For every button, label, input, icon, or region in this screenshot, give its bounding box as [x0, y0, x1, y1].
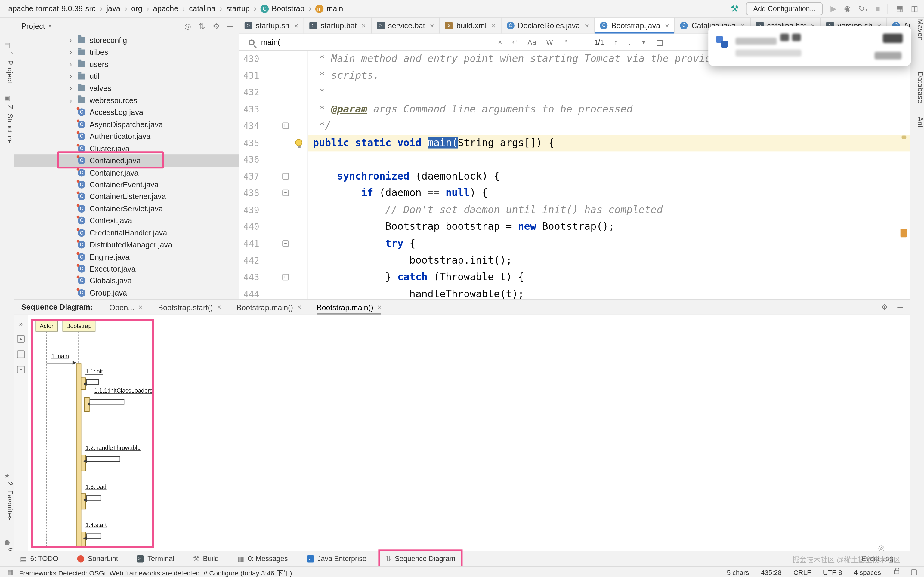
tree-item-file[interactable]: CGlobals.java [14, 275, 239, 287]
hide-panel-icon[interactable]: ─ [897, 303, 903, 311]
tree-item-file[interactable]: CCluster.java [14, 142, 239, 155]
layout-icon[interactable]: ▦ [896, 5, 903, 12]
bottom-tab[interactable]: Bootstrap.start()× [158, 300, 221, 314]
code-line[interactable]: 431 * scripts. [239, 67, 910, 84]
tab-startup-sh[interactable]: >startup.sh× [239, 18, 304, 34]
zoom-in-icon[interactable]: + [17, 350, 25, 358]
close-icon[interactable]: × [430, 21, 434, 29]
export-image-icon[interactable]: ▲ [17, 335, 25, 342]
close-icon[interactable]: × [294, 21, 299, 29]
code-line[interactable]: 436 [239, 152, 910, 168]
fold-marker[interactable]: ∟ [282, 122, 289, 129]
project-panel-title[interactable]: Project [21, 21, 45, 30]
tree-item-file[interactable]: CAccessLog.java [14, 106, 239, 118]
prev-match-icon[interactable]: ↑ [614, 38, 618, 46]
toolwindow-button-0-messages[interactable]: ▥0: Messages [233, 553, 293, 565]
tab-build-xml[interactable]: xbuild.xml× [440, 18, 501, 34]
notifications-icon[interactable] [911, 569, 917, 575]
fold-marker[interactable]: ∟ [282, 274, 289, 280]
gear-icon[interactable]: ⚙ [881, 303, 888, 311]
regex-toggle[interactable]: .* [563, 38, 568, 46]
event-log-button[interactable]: Event Log [861, 555, 893, 563]
close-icon[interactable]: × [585, 21, 589, 29]
blurred-notification-popup[interactable] [708, 26, 911, 66]
message-label[interactable]: 1.3:load [86, 484, 107, 490]
breadcrumb-item[interactable]: apache [153, 4, 178, 13]
tree-item-folder[interactable]: ›users [14, 58, 239, 70]
code-line[interactable]: 432 * [239, 84, 910, 101]
code-line[interactable]: 437− synchronized (daemonLock) { [239, 168, 910, 185]
tool-stripe-ant[interactable]: Ant [911, 117, 924, 128]
tree-item-file[interactable]: CEngine.java [14, 251, 239, 263]
tab-bootstrap-java[interactable]: CBootstrap.java× [595, 18, 675, 34]
status-indent-style[interactable]: 4 spaces [854, 569, 881, 576]
tree-item-folder[interactable]: ›util [14, 70, 239, 82]
next-match-icon[interactable]: ↓ [628, 38, 631, 46]
build-hammer-icon[interactable]: ⚒ [730, 4, 738, 13]
z oom-out-icon[interactable]: − [17, 366, 25, 373]
tree-item-file[interactable]: CExecutor.java [14, 263, 239, 275]
message-label[interactable]: 1.1.1:initClassLoaders [94, 388, 153, 394]
close-icon[interactable]: × [377, 303, 381, 311]
stop-icon[interactable]: ■ [876, 5, 880, 12]
code-line[interactable]: 441− try { [239, 235, 910, 252]
tree-item-folder[interactable]: ›storeconfig [14, 34, 239, 46]
code-line[interactable]: 442 bootstrap.init(); [239, 252, 910, 269]
refresh-icon[interactable]: ↻▾ [858, 5, 868, 12]
tree-item-file[interactable]: CGroup.java [14, 287, 239, 299]
tree-item-file[interactable]: CContainer.java [14, 167, 239, 179]
fold-marker[interactable]: − [282, 190, 289, 197]
bottom-tab[interactable]: Bootstrap.main()× [236, 300, 302, 314]
clear-search-icon[interactable]: × [498, 38, 502, 46]
tree-item-file[interactable]: CContainerListener.java [14, 191, 239, 203]
hide-panel-icon[interactable]: ─ [228, 21, 233, 30]
chevron-down-icon[interactable]: ▾ [49, 23, 52, 29]
close-icon[interactable]: × [138, 303, 143, 311]
visibility-icon[interactable]: ◎ [878, 544, 885, 551]
words-toggle[interactable]: W [546, 38, 553, 46]
close-icon[interactable]: × [297, 303, 302, 311]
code-line[interactable]: 435public static void main(String args[]… [239, 135, 910, 152]
expand-collapse-icon[interactable]: ⇅ [199, 21, 205, 30]
tree-item-folder[interactable]: ›valves [14, 82, 239, 94]
breadcrumb-item[interactable]: apache-tomcat-9.0.39-src [8, 4, 95, 13]
code-line[interactable]: 439 // Don't set daemon until init() has… [239, 202, 910, 219]
search-input[interactable]: main( [261, 37, 280, 46]
newline-icon[interactable]: ↵ [512, 38, 517, 46]
tool-stripe-maven[interactable]: Maven [911, 19, 924, 41]
tool-stripe-structure[interactable]: Z: Structure [0, 105, 14, 144]
breadcrumb-item[interactable]: org [131, 4, 142, 13]
toolwindow-button-java-enterprise[interactable]: JJava Enterprise [302, 553, 371, 565]
code-line[interactable]: 434∟ */ [239, 118, 910, 135]
status-file-encoding[interactable]: UTF-8 [823, 569, 842, 576]
tool-stripe-project[interactable]: 1: Project [0, 52, 14, 83]
fold-marker[interactable]: − [282, 240, 289, 247]
bottom-tab[interactable]: Open...× [109, 300, 143, 314]
tree-item-file[interactable]: CDistributedManager.java [14, 239, 239, 251]
code-line[interactable]: 443∟ } catch (Throwable t) { [239, 269, 910, 286]
tab-service-bat[interactable]: >service.bat× [372, 18, 440, 34]
tree-item-file[interactable]: CContainerEvent.java [14, 179, 239, 191]
tree-item-file[interactable]: CContainerServlet.java [14, 203, 239, 215]
tree-item-file[interactable]: CCredentialHandler.java [14, 227, 239, 239]
tree-item-file[interactable]: CContext.java [14, 215, 239, 227]
sequence-canvas[interactable]: ◎ ActorBootstrap1:main1.1:init1.1.1:init… [28, 315, 910, 551]
message-label[interactable]: 1.1:init [86, 368, 103, 375]
close-icon[interactable]: × [665, 21, 669, 29]
code-line[interactable]: 444 handleThrowable(t); [239, 286, 910, 299]
gear-icon[interactable]: ⚙ [213, 21, 220, 30]
run-icon[interactable]: ▶ [830, 5, 837, 12]
close-icon[interactable]: × [491, 21, 496, 29]
bottom-tab[interactable]: Bootstrap.main()× [317, 300, 381, 314]
toolwindow-button-terminal[interactable]: >_Terminal [132, 553, 179, 565]
toolwindow-button-6-todo[interactable]: ▤6: TODO [15, 553, 63, 565]
toolwindow-button-sequence-diagram[interactable]: ⇅Sequence Diagram [381, 553, 460, 565]
message-label[interactable]: 1.4:start [86, 522, 107, 528]
tree-item-folder[interactable]: ›webresources [14, 94, 239, 106]
locate-file-icon[interactable]: ◎ [184, 21, 191, 30]
breadcrumb-item-class[interactable]: CBootstrap [260, 4, 304, 13]
match-case-toggle[interactable]: Aa [527, 38, 536, 46]
code-line[interactable]: 438− if (daemon == null) { [239, 185, 910, 202]
add-configuration-button[interactable]: Add Configuration... [746, 2, 823, 15]
scrollbar-bookmark-marker[interactable] [901, 229, 907, 237]
